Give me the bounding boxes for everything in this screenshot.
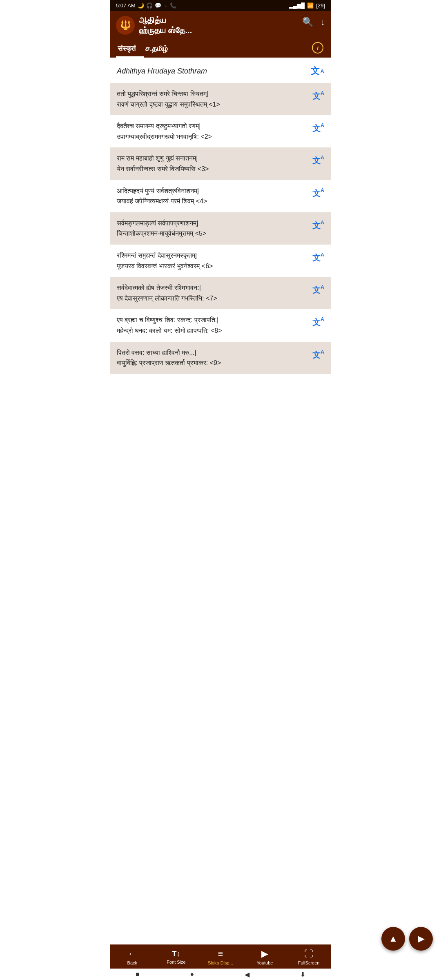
tab-tamil[interactable]: ச.தமிழ் [144,41,176,58]
header-title-area: 🔱 ஆதித்யஹ்ருதய ஸ்தே... [116,15,302,36]
sloka-row-2: दैवतैश्च समागम्य द्रष्टुमभ्यागतो रणम्|उप… [110,115,331,147]
sloka-text-1: ततो युद्धपरिश्रान्तं समरे चिन्तया स्थितम… [117,89,308,109]
title-translate-btn[interactable]: 文A [311,65,324,77]
moon-icon: 🌙 [138,2,144,9]
phone-icon: 📞 [170,2,176,9]
headphone-icon: 🎧 [146,2,153,9]
sloka-row-5: सर्वमङ्गलमाङ्ल्यं सर्वपापप्रणाशनम्|चिन्त… [110,212,331,245]
sloka-row-9: पितरो वसव: साध्या ह्यश्विनौ मरु...|वायुर… [110,342,331,374]
status-right: ▂▄▆█ 📶 [29] [289,2,325,9]
stotram-title: Adhithya Hrudaya Stothram [117,67,207,76]
sloka-row-3: राम राम महाबाहो शृणु गुह्यं सनातनम्|येन … [110,147,331,180]
sloka-text-9: पितरो वसव: साध्या ह्यश्विनौ मरु...|वायुर… [117,347,308,368]
tab-sanskrit[interactable]: संस्कृतं [116,41,144,58]
sloka-translate-btn-5[interactable]: 文A [312,218,324,232]
sloka-translate-btn-2[interactable]: 文A [312,121,324,135]
slokas-list: ततो युद्धपरिश्रान्तं समरे चिन्तया स्थितम… [110,83,331,374]
sloka-text-3: राम राम महाबाहो शृणु गुह्यं सनातनम्|येन … [117,153,308,174]
search-icon[interactable]: 🔍 [302,17,313,27]
wifi-icon: 📶 [307,2,314,9]
header-icons: 🔍 ↓ [302,15,325,27]
sloka-row-1: ततो युद्धपरिश्रान्तं समरे चिन्तया स्थितम… [110,83,331,115]
download-icon[interactable]: ↓ [321,17,325,27]
sloka-translate-btn-4[interactable]: 文A [312,186,324,200]
sloka-row-4: आदित्यहृदयं पुण्यं सर्वशत्रुविनाशनम्|जया… [110,180,331,212]
app-header: 🔱 ஆதித்யஹ்ருதய ஸ்தே... 🔍 ↓ संस्कृतं ச.தம… [110,11,331,58]
info-area: i [312,42,325,53]
signal-icon: ▂▄▆█ [289,2,305,9]
app-logo: 🔱 [116,16,135,35]
logo-symbol: 🔱 [120,20,131,31]
sloka-text-4: आदित्यहृदयं पुण्यं सर्वशत्रुविनाशनम्|जया… [117,186,308,207]
sloka-row-8: एष ब्रह्मा च विष्णुश्च शिव: स्कन्द: प्रज… [110,309,331,341]
sloka-text-6: रश्मिमन्तं समुद्यन्तं देवासुरनमस्कृतम्|प… [117,250,308,271]
info-icon[interactable]: i [312,42,323,53]
main-content: Adhithya Hrudaya Stothram 文A ततो युद्धपर… [110,58,331,423]
status-left: 5:07 AM 🌙 🎧 💬 ··· 📞 [116,2,176,9]
sloka-text-8: एष ब्रह्मा च विष्णुश्च शिव: स्कन्द: प्रज… [117,315,308,336]
sloka-text-2: दैवतैश्च समागम्य द्रष्टुमभ्यागतो रणम्|उप… [117,121,308,142]
sloka-translate-btn-6[interactable]: 文A [312,250,324,264]
sloka-row-7: सर्वदेवात्मको ह्येष तेजस्वी रश्मिभावन:|ए… [110,277,331,309]
status-time: 5:07 AM [116,2,136,9]
app-title: ஆதித்யஹ்ருதய ஸ்தே... [139,15,192,36]
language-tabs: संस्कृतं ச.தமிழ் [116,41,176,58]
battery-icon: [29] [316,2,325,9]
header-top: 🔱 ஆதித்யஹ்ருதய ஸ்தே... 🔍 ↓ [116,15,325,36]
sloka-text-7: सर्वदेवात्मको ह्येष तेजस्वी रश्मिभावन:|ए… [117,283,308,303]
whatsapp-icon: 💬 [155,2,161,9]
sloka-translate-btn-3[interactable]: 文A [312,153,324,167]
status-bar: 5:07 AM 🌙 🎧 💬 ··· 📞 ▂▄▆█ 📶 [29] [110,0,331,11]
sloka-translate-btn-7[interactable]: 文A [312,283,324,296]
sloka-translate-btn-9[interactable]: 文A [312,347,324,361]
stotram-title-row: Adhithya Hrudaya Stothram 文A [110,58,331,83]
sloka-translate-btn-1[interactable]: 文A [312,89,324,102]
sloka-row-6: रश्मिमन्तं समुद्यन्तं देवासुरनमस्कृतम्|प… [110,245,331,277]
dots-icon: ··· [163,2,168,9]
sloka-translate-btn-8[interactable]: 文A [312,315,324,329]
sloka-text-5: सर्वमङ्गलमाङ्ल्यं सर्वपापप्रणाशनम्|चिन्त… [117,218,308,239]
